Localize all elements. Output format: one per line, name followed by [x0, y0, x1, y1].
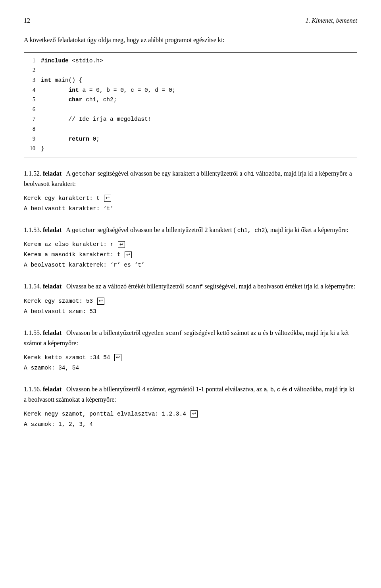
task-label: feladat: [43, 283, 62, 290]
code-line-4: 4 int a = 0, b = 0, c = 0, d = 0;: [24, 85, 352, 95]
code-line-7: 7 // Ide irja a megoldast!: [24, 114, 352, 124]
task-label: feladat: [43, 329, 62, 336]
code-line-3: 3 int main() {: [24, 75, 352, 85]
task-1-1-55: 1.1.55. feladat Olvasson be a billentyűz…: [24, 328, 357, 373]
code-ref-ch1ch2: ch1, ch2: [237, 227, 265, 234]
output-line-2: A beolvasott karakter: ‘t’: [24, 203, 357, 214]
output-line-2: A beolvasott szam: 53: [24, 306, 357, 317]
task-label: feladat: [43, 170, 62, 177]
output-line-1: Kerem az elso karaktert: r ↩: [24, 239, 357, 250]
code-block: 1 #include <stdio.h> 2 3 int main() { 4 …: [24, 52, 357, 157]
code-line-6: 6: [24, 105, 352, 115]
code-line-1: 1 #include <stdio.h>: [24, 56, 352, 66]
code-ref-scanf: scanf: [186, 284, 203, 290]
code-ref-a3: a: [264, 387, 267, 393]
code-ref-b2: b: [270, 387, 274, 393]
output-block-1-1-55: Kerek ketto szamot :34 54 ↩ A szamok: 34…: [24, 352, 357, 373]
output-block-1-1-56: Kerek negy szamot, ponttal elvalasztva: …: [24, 409, 357, 429]
task-1-1-54: 1.1.54. feladat Olvassa be az a változó …: [24, 281, 357, 316]
task-1-1-56: 1.1.56. feladat Olvasson be a billentyűz…: [24, 384, 357, 429]
code-ref-d: d: [289, 387, 292, 393]
task-1-1-53: 1.1.53. feladat A getchar segítségével o…: [24, 225, 357, 270]
page-number: 12: [24, 16, 30, 25]
code-ref-ch1: ch1: [244, 171, 254, 177]
output-line-2: A szamok: 1, 2, 3, 4: [24, 419, 357, 429]
enter-key-icon: ↩: [114, 354, 121, 361]
enter-key-icon: ↩: [97, 298, 104, 305]
task-title-1-1-53: 1.1.53. feladat A getchar segítségével o…: [24, 225, 357, 235]
output-line-1: Kerek egy szamot: 53 ↩: [24, 296, 357, 306]
output-block-1-1-54: Kerek egy szamot: 53 ↩ A beolvasott szam…: [24, 296, 357, 317]
intro-text: A következő feladatokat úgy oldja meg, h…: [24, 35, 357, 45]
code-ref-getchar2: getchar: [72, 227, 96, 234]
task-id: 1.1.53.: [24, 226, 43, 233]
output-line-2: Kerem a masodik karaktert: t ↩: [24, 250, 357, 260]
output-line-3: A beolvasott karakterek: ‘r’ es ‘t’: [24, 260, 357, 270]
output-block-1-1-53: Kerem az elso karaktert: r ↩ Kerem a mas…: [24, 239, 357, 270]
enter-key-icon: ↩: [125, 251, 132, 259]
task-id: 1.1.56.: [24, 386, 43, 393]
enter-key-icon: ↩: [118, 241, 125, 248]
task-label: feladat: [43, 226, 62, 233]
enter-key-icon: ↩: [104, 195, 111, 202]
chapter-title: 1. Kimenet, bemenet: [305, 16, 357, 25]
task-1-1-52: 1.1.52. feladat A getchar segítségével o…: [24, 168, 357, 214]
task-id: 1.1.52.: [24, 170, 43, 177]
code-line-10: 10 }: [24, 144, 352, 154]
task-id: 1.1.55.: [24, 329, 43, 336]
output-line-1: Kerek ketto szamot :34 54 ↩: [24, 352, 357, 363]
output-line-2: A szamok: 34, 54: [24, 363, 357, 373]
code-ref-scanf2: scanf: [165, 330, 183, 337]
task-title-1-1-55: 1.1.55. feladat Olvasson be a billentyűz…: [24, 328, 357, 348]
code-ref-b: b: [270, 330, 273, 337]
code-line-5: 5 char ch1, ch2;: [24, 95, 352, 105]
task-label: feladat: [43, 386, 62, 393]
task-title-1-1-56: 1.1.56. feladat Olvasson be a billentyűz…: [24, 384, 357, 405]
enter-key-icon: ↩: [190, 410, 198, 418]
code-ref-getchar: getchar: [72, 171, 96, 177]
task-title-1-1-54: 1.1.54. feladat Olvassa be az a változó …: [24, 281, 357, 292]
code-line-2: 2: [24, 66, 352, 75]
page-header: 12 1. Kimenet, bemenet: [24, 16, 357, 25]
code-ref-a2: a: [258, 330, 262, 337]
code-ref-c: c: [277, 387, 281, 393]
code-line-9: 9 return 0;: [24, 134, 352, 144]
output-line-1: Kerek egy karaktert: t ↩: [24, 193, 357, 203]
output-line-1: Kerek negy szamot, ponttal elvalasztva: …: [24, 409, 357, 419]
output-block-1-1-52: Kerek egy karaktert: t ↩ A beolvasott ka…: [24, 193, 357, 214]
code-ref-a: a: [103, 284, 106, 290]
task-title-1-1-52: 1.1.52. feladat A getchar segítségével o…: [24, 168, 357, 189]
task-id: 1.1.54.: [24, 283, 43, 290]
code-line-8: 8: [24, 124, 352, 134]
